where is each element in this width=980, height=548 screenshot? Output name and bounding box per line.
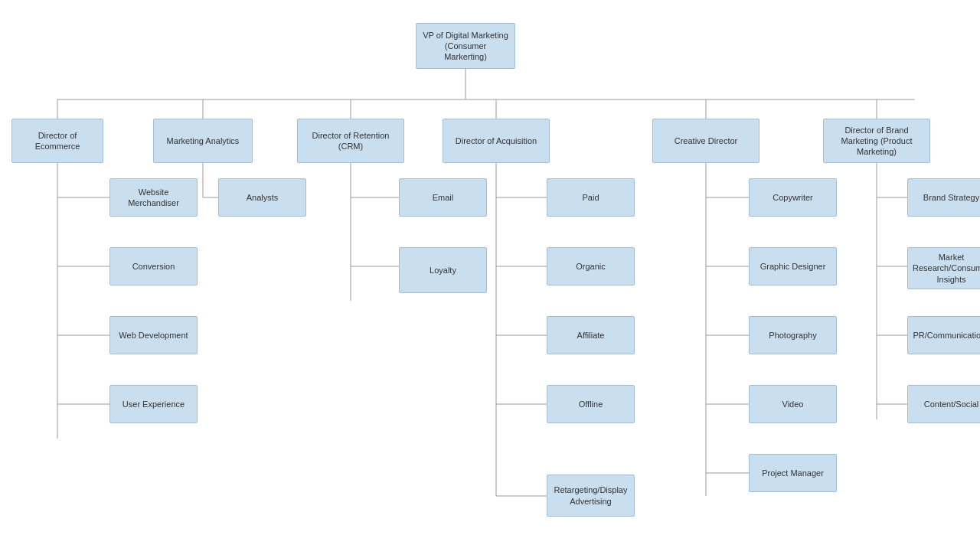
child-content-social: Content/Social bbox=[907, 385, 980, 423]
child-paid: Paid bbox=[547, 178, 635, 217]
child-loyalty: Loyalty bbox=[399, 247, 487, 293]
child-offline: Offline bbox=[547, 385, 635, 423]
root-node: VP of Digital Marketing (Consumer Marker… bbox=[416, 23, 515, 69]
child-pr-communications: PR/Communications bbox=[907, 316, 980, 354]
child-organic: Organic bbox=[547, 247, 635, 285]
child-retargeting: Retargeting/Display Advertising bbox=[547, 475, 635, 517]
child-user-experience: User Experience bbox=[109, 385, 198, 423]
child-web-development: Web Development bbox=[109, 316, 198, 354]
l1-analytics: Marketing Analytics bbox=[153, 119, 253, 163]
child-analysts: Analysts bbox=[218, 178, 306, 217]
child-photography: Photography bbox=[749, 316, 837, 354]
child-website-merchandiser: Website Merchandiser bbox=[109, 178, 198, 217]
child-email: Email bbox=[399, 178, 487, 217]
l1-acquisition: Director of Acquisition bbox=[443, 119, 550, 163]
child-video: Video bbox=[749, 385, 837, 423]
child-affiliate: Affiliate bbox=[547, 316, 635, 354]
child-project-manager: Project Manager bbox=[749, 454, 837, 492]
l1-brand: Director of Brand Marketing (Product Mar… bbox=[823, 119, 930, 163]
child-graphic-designer: Graphic Designer bbox=[749, 247, 837, 285]
child-conversion: Conversion bbox=[109, 247, 198, 285]
l1-creative: Creative Director bbox=[652, 119, 760, 163]
org-chart: VP of Digital Marketing (Consumer Marker… bbox=[0, 0, 980, 548]
l1-retention: Director of Retention (CRM) bbox=[297, 119, 404, 163]
child-market-research: Market Research/Consumer Insights bbox=[907, 247, 980, 289]
child-brand-strategy: Brand Strategy bbox=[907, 178, 980, 217]
child-copywriter: Copywriter bbox=[749, 178, 837, 217]
l1-ecommerce: Director of Ecommerce bbox=[11, 119, 103, 163]
